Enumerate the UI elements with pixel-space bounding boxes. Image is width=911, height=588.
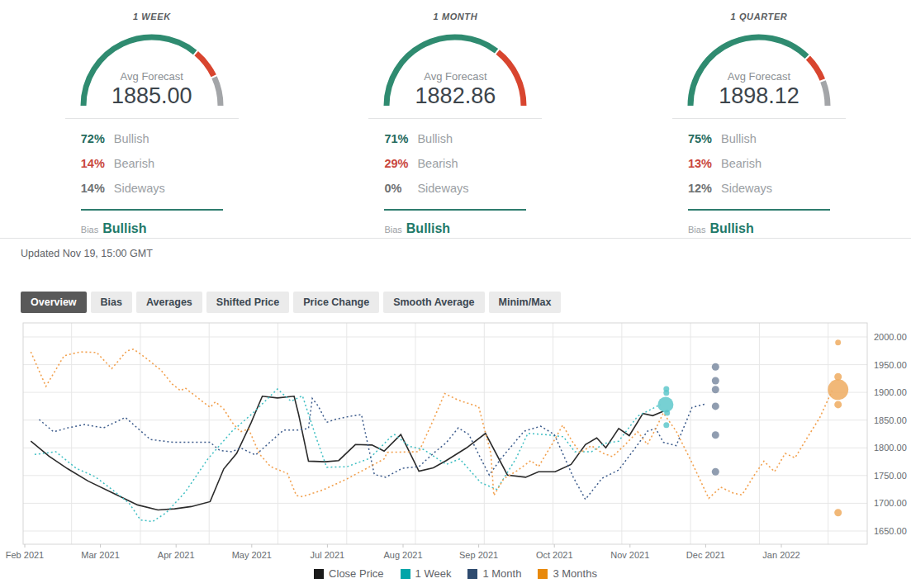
bullish-pct: 72% bbox=[81, 132, 114, 145]
forecast-dot bbox=[712, 431, 719, 439]
bullish-pct: 71% bbox=[384, 132, 417, 145]
forecast-dot bbox=[712, 363, 719, 371]
bias-value: Bullish bbox=[709, 221, 753, 236]
avg-forecast-value: 1885.00 bbox=[74, 83, 230, 109]
tab-averages[interactable]: Averages bbox=[136, 292, 202, 313]
tab-overview[interactable]: Overview bbox=[21, 292, 87, 313]
bullish-label: Bullish bbox=[114, 132, 149, 145]
tab-shifted-price[interactable]: Shifted Price bbox=[206, 292, 289, 313]
x-axis-label: Sep 2021 bbox=[459, 550, 498, 560]
accent-underline bbox=[688, 209, 830, 211]
bias-value: Bullish bbox=[406, 221, 450, 236]
y-axis-label: 1950.00 bbox=[874, 360, 907, 370]
x-axis-label: Nov 2021 bbox=[610, 550, 649, 560]
forecast-dot bbox=[835, 339, 841, 345]
chart-tabs: Overview Bias Averages Shifted Price Pri… bbox=[21, 292, 561, 313]
y-axis-label: 1750.00 bbox=[874, 471, 907, 481]
legend-1-week[interactable]: 1 Week bbox=[401, 567, 452, 580]
panel-1-month: 1 MONTH Avg Forecast 1882.86 71% Bullish… bbox=[304, 0, 608, 236]
x-axis-label: Apr 2021 bbox=[158, 550, 195, 560]
section-divider bbox=[0, 238, 911, 239]
forecast-dot bbox=[657, 396, 673, 412]
forecast-dot bbox=[834, 401, 842, 408]
one-week-swatch bbox=[401, 569, 410, 579]
sideways-row: 0% Sideways bbox=[384, 182, 526, 206]
series-1-month bbox=[39, 399, 705, 500]
accent-underline bbox=[81, 209, 223, 211]
x-axis-label: Oct 2021 bbox=[536, 550, 573, 560]
series-3-months bbox=[31, 349, 832, 499]
sideways-row: 14% Sideways bbox=[81, 182, 223, 206]
overview-chart[interactable]: 2000.001950.001900.001850.001800.001750.… bbox=[0, 320, 911, 568]
sideways-pct: 14% bbox=[81, 182, 114, 195]
accent-underline bbox=[384, 209, 526, 211]
legend-1-month[interactable]: 1 Month bbox=[467, 567, 521, 580]
forecast-dot bbox=[834, 509, 842, 516]
panel-title: 1 WEEK bbox=[0, 12, 304, 21]
tab-bias[interactable]: Bias bbox=[91, 292, 132, 313]
series-1-week bbox=[35, 389, 661, 521]
y-axis-label: 1700.00 bbox=[874, 498, 907, 508]
x-axis-label: Feb 2021 bbox=[6, 550, 44, 560]
forecast-dot bbox=[828, 379, 848, 400]
y-axis-label: 1900.00 bbox=[874, 387, 907, 397]
x-axis-label: Aug 2021 bbox=[383, 550, 422, 560]
tab-smooth-average[interactable]: Smooth Average bbox=[383, 292, 484, 313]
bearish-label: Bearish bbox=[721, 157, 762, 170]
divider bbox=[368, 118, 542, 119]
legend-3-months[interactable]: 3 Months bbox=[538, 567, 596, 580]
forecast-dot bbox=[712, 377, 719, 385]
forecast-dot bbox=[712, 402, 719, 410]
bearish-pct: 14% bbox=[81, 157, 114, 170]
y-axis-label: 1650.00 bbox=[874, 526, 907, 536]
tab-price-change[interactable]: Price Change bbox=[293, 292, 379, 313]
one-month-swatch bbox=[467, 569, 477, 579]
sideways-pct: 0% bbox=[384, 182, 417, 195]
forecast-dot bbox=[712, 386, 719, 393]
tab-minim-max[interactable]: Minim/Max bbox=[489, 292, 562, 313]
forecast-dot bbox=[712, 468, 719, 476]
x-axis-label: May 2021 bbox=[232, 550, 272, 560]
bullish-row: 71% Bullish bbox=[384, 132, 526, 157]
bullish-label: Bullish bbox=[417, 132, 453, 145]
bias-label: Bias bbox=[81, 225, 98, 235]
divider bbox=[672, 118, 846, 119]
sideways-row: 12% Sideways bbox=[688, 182, 830, 206]
x-axis-label: Mar 2021 bbox=[81, 550, 119, 560]
x-axis-label: Jan 2022 bbox=[762, 550, 799, 560]
bullish-pct: 75% bbox=[688, 132, 721, 145]
bias-value: Bullish bbox=[102, 221, 146, 236]
sideways-label: Sideways bbox=[417, 182, 468, 195]
bias-label: Bias bbox=[384, 225, 401, 235]
forecast-poll-page: 1 WEEK Avg Forecast 1885.00 72% Bullish … bbox=[0, 0, 911, 588]
bearish-row: 29% Bearish bbox=[384, 157, 526, 182]
panel-title: 1 MONTH bbox=[304, 12, 608, 21]
forecast-dot bbox=[663, 422, 669, 428]
gauge-1-quarter: Avg Forecast 1898.12 bbox=[681, 28, 837, 109]
avg-forecast-label: Avg Forecast bbox=[74, 70, 230, 83]
x-axis-label: Dec 2021 bbox=[686, 550, 725, 560]
panel-1-week: 1 WEEK Avg Forecast 1885.00 72% Bullish … bbox=[0, 0, 304, 236]
avg-forecast-label: Avg Forecast bbox=[377, 70, 534, 83]
bias-row: Bias Bullish bbox=[81, 221, 223, 236]
panel-title: 1 QUARTER bbox=[607, 12, 911, 21]
y-axis-label: 1800.00 bbox=[874, 443, 907, 453]
bearish-row: 14% Bearish bbox=[81, 157, 223, 182]
divider bbox=[65, 118, 239, 119]
sideways-label: Sideways bbox=[721, 182, 772, 195]
bias-row: Bias Bullish bbox=[688, 221, 830, 236]
sideways-pct: 12% bbox=[688, 182, 721, 195]
legend-close-price[interactable]: Close Price bbox=[314, 567, 383, 580]
avg-forecast-value: 1898.12 bbox=[681, 83, 837, 109]
bearish-label: Bearish bbox=[417, 157, 458, 170]
chart-legend: Close Price 1 Week 1 Month 3 Months bbox=[0, 567, 911, 580]
forecast-panels: 1 WEEK Avg Forecast 1885.00 72% Bullish … bbox=[0, 0, 911, 236]
bearish-label: Bearish bbox=[114, 157, 154, 170]
avg-forecast-label: Avg Forecast bbox=[681, 70, 837, 83]
bias-row: Bias Bullish bbox=[384, 221, 526, 236]
x-axis-label: Jul 2021 bbox=[311, 550, 345, 560]
bullish-row: 72% Bullish bbox=[81, 132, 223, 157]
sideways-label: Sideways bbox=[114, 182, 165, 195]
y-axis-label: 2000.00 bbox=[874, 332, 907, 342]
avg-forecast-value: 1882.86 bbox=[377, 83, 534, 109]
